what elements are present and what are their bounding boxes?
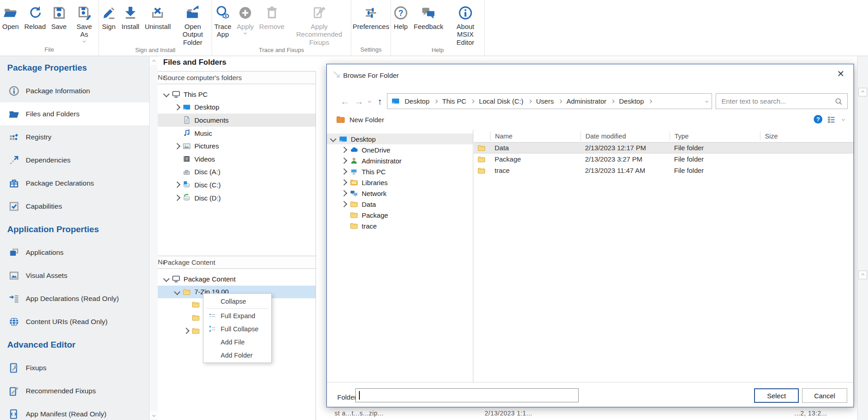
tree-item-pictures[interactable]: Pictures xyxy=(158,139,316,153)
dialog-tree-item-network[interactable]: Network xyxy=(327,188,473,199)
breadcrumb-item-desktop-2[interactable]: Desktop xyxy=(619,97,644,105)
scroll-up-icon[interactable] xyxy=(859,271,867,279)
chevron-right-icon[interactable] xyxy=(341,168,347,175)
main-window-scrollbar[interactable] xyxy=(857,56,868,420)
menu-item-collapse[interactable]: Collapse xyxy=(203,295,271,308)
menu-item-full-expand[interactable]: Full Expand xyxy=(203,309,271,322)
tree-item-documents[interactable]: Documents xyxy=(158,114,316,127)
chevron-right-icon[interactable] xyxy=(341,147,347,153)
search-input[interactable] xyxy=(716,97,835,105)
trace-app-button[interactable]: Trace App xyxy=(212,3,234,39)
dialog-tree-item-trace[interactable]: trace xyxy=(327,220,473,231)
tree-item-music[interactable]: Music xyxy=(158,127,316,140)
apply-button[interactable]: Apply xyxy=(235,3,256,34)
chevron-down-icon[interactable] xyxy=(163,91,170,97)
chevron-right-icon[interactable] xyxy=(341,179,347,186)
chevron-right-icon[interactable] xyxy=(183,328,189,334)
chevron-right-icon[interactable] xyxy=(341,190,347,196)
sidebar-item-applications[interactable]: Applications xyxy=(0,241,149,264)
cancel-button[interactable]: Cancel xyxy=(802,388,847,403)
table-row[interactable]: Package 2/13/2023 3:27 PM File folder xyxy=(474,153,854,165)
sidebar-item-package-information[interactable]: Package Information xyxy=(0,79,149,102)
menu-item-full-collapse[interactable]: Full Collapse xyxy=(203,322,271,335)
sidebar-item-app-manifest[interactable]: App Manifest (Read Only) xyxy=(0,402,149,420)
chevron-right-icon[interactable] xyxy=(341,158,347,164)
up-arrow-icon[interactable]: ↑ xyxy=(377,97,382,106)
sidebar-item-capabilities[interactable]: Capabilities xyxy=(0,195,149,218)
search-icon[interactable] xyxy=(835,97,843,105)
tree-item-disc-c[interactable]: Disc (C:) xyxy=(158,178,316,191)
dialog-tree-item-administrator[interactable]: Administrator xyxy=(327,155,473,166)
feedback-button[interactable]: Feedback xyxy=(411,3,446,31)
chevron-right-icon[interactable] xyxy=(174,143,180,149)
tree-item-videos[interactable]: Videos xyxy=(158,153,316,166)
folder-input[interactable] xyxy=(356,389,578,402)
dialog-tree-item-data[interactable]: Data xyxy=(327,199,473,210)
uninstall-button[interactable]: Uninstall xyxy=(142,3,173,31)
sidebar-item-recommended-fixups[interactable]: Recommended Fixups xyxy=(0,379,149,402)
menu-item-add-file[interactable]: Add File xyxy=(203,335,271,348)
sidebar-item-package-declarations[interactable]: Package Declarations xyxy=(0,172,149,195)
breadcrumb-item-administrator[interactable]: Administrator xyxy=(566,97,606,105)
breadcrumb-item-users[interactable]: Users xyxy=(536,97,554,105)
chevron-down-icon[interactable] xyxy=(174,289,180,295)
history-dropdown-icon[interactable] xyxy=(368,100,371,103)
chevron-right-icon[interactable] xyxy=(174,195,180,201)
about-msix-editor-button[interactable]: About MSIX Editor xyxy=(447,3,484,47)
scroll-up-icon[interactable] xyxy=(859,88,867,96)
view-options-icon[interactable] xyxy=(827,115,835,124)
reload-button[interactable]: Reload xyxy=(22,3,48,31)
chevron-right-icon[interactable] xyxy=(341,201,347,207)
dialog-tree-item-package[interactable]: Package xyxy=(327,210,473,220)
sidebar-item-app-declarations[interactable]: App Declarations (Read Only) xyxy=(0,287,149,310)
breadcrumb[interactable]: Desktop This PC Local Disk (C:) Users Ad… xyxy=(387,93,712,109)
sidebar-item-registry[interactable]: Registry xyxy=(0,125,149,148)
breadcrumb-item-local-disk-c[interactable]: Local Disk (C:) xyxy=(479,97,523,105)
help-badge-icon[interactable] xyxy=(813,115,823,124)
column-header-date-modified[interactable]: Date modified xyxy=(580,131,670,141)
breadcrumb-dropdown-icon[interactable] xyxy=(705,100,708,103)
install-button[interactable]: Install xyxy=(119,3,142,31)
column-header-size[interactable]: Size xyxy=(760,131,854,141)
chevron-right-icon[interactable] xyxy=(174,181,180,188)
sidebar-item-files-and-folders[interactable]: Files and Folders xyxy=(0,102,149,125)
open-output-folder-button[interactable]: Open Output Folder xyxy=(174,3,212,47)
chevron-down-icon[interactable] xyxy=(330,136,336,142)
save-button[interactable]: Save xyxy=(49,3,69,31)
tree-item-disc-d[interactable]: Disc (D:) xyxy=(158,191,316,205)
forward-arrow-icon[interactable]: → xyxy=(354,97,363,106)
new-folder-button[interactable]: New Folder xyxy=(333,113,387,126)
sign-button[interactable]: Sign xyxy=(99,3,118,31)
table-row[interactable]: Data 2/13/2023 12:17 PM File folder xyxy=(474,142,854,153)
remove-button[interactable]: Remove xyxy=(257,3,287,31)
breadcrumb-item-desktop[interactable]: Desktop xyxy=(405,97,429,105)
save-as-button[interactable]: Save As xyxy=(70,3,99,43)
sidebar-scrollbar[interactable] xyxy=(149,56,158,420)
open-button[interactable]: Open xyxy=(0,3,21,31)
sidebar-item-visual-assets[interactable]: Visual Assets xyxy=(0,264,149,287)
table-row[interactable]: trace 2/13/2023 11:47 AM File folder xyxy=(474,165,854,176)
scroll-up-icon[interactable] xyxy=(150,57,158,65)
close-icon[interactable]: ✕ xyxy=(834,69,847,79)
sidebar-item-content-uris[interactable]: Content URIs (Read Only) xyxy=(0,310,149,333)
sidebar-item-dependencies[interactable]: Dependencies xyxy=(0,148,149,172)
apply-recommended-fixups-button[interactable]: Apply Recommended Fixups xyxy=(288,3,351,47)
dialog-tree-item-libraries[interactable]: Libraries xyxy=(327,177,473,188)
tree-item-disc-a[interactable]: Disc (A:) xyxy=(158,166,316,179)
dialog-tree-item-onedrive[interactable]: OneDrive xyxy=(327,144,473,155)
chevron-right-icon[interactable] xyxy=(174,104,180,110)
column-header-name[interactable]: Name xyxy=(490,131,580,141)
breadcrumb-item-this-pc[interactable]: This PC xyxy=(442,97,466,105)
chevron-down-icon[interactable] xyxy=(163,276,170,282)
tree-item-desktop[interactable]: Desktop xyxy=(158,101,316,114)
view-dropdown-icon[interactable] xyxy=(842,118,845,121)
preferences-button[interactable]: Preferences xyxy=(350,3,392,31)
scroll-down-icon[interactable] xyxy=(150,411,158,419)
menu-item-add-folder[interactable]: Add Folder xyxy=(203,348,271,362)
tree-item-this-pc[interactable]: This PC xyxy=(158,88,316,101)
select-button[interactable]: Select xyxy=(754,388,799,403)
column-header-type[interactable]: Type xyxy=(670,131,760,141)
tree-item-package-content-root[interactable]: Package Content xyxy=(158,272,316,286)
dialog-tree-item-this-pc[interactable]: This PC xyxy=(327,166,473,177)
help-button[interactable]: Help xyxy=(391,3,410,31)
